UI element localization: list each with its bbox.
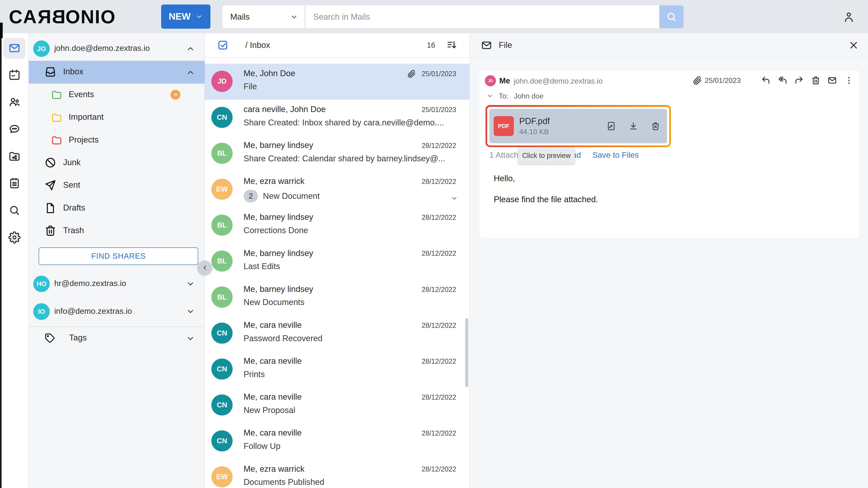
search-module-select[interactable]: Mails (222, 5, 305, 28)
tasks-icon (8, 177, 21, 189)
mail-subject: Last Edits (244, 262, 280, 271)
rail-item-calendar[interactable] (3, 64, 26, 85)
sort-icon[interactable] (446, 39, 457, 51)
chevron-down-icon[interactable] (186, 280, 195, 288)
mail-date: 25/01/2023 (422, 106, 456, 113)
paperclip-icon (408, 70, 416, 78)
mail-list-item[interactable]: BL Me, barney lindsey 28/12/2022 Correct… (205, 207, 469, 243)
folder-label: Events (69, 90, 94, 99)
sidebar-item-important[interactable]: Important (29, 106, 205, 129)
mail-date: 28/12/2022 (422, 214, 456, 221)
chevron-up-icon[interactable] (186, 44, 195, 53)
folder-label: Projects (69, 135, 99, 144)
sidebar-item-sent[interactable]: Sent (29, 174, 205, 197)
junk-icon (44, 157, 57, 169)
mail-list-item[interactable]: BL Me, barney lindsey 28/12/2022 Last Ed… (205, 243, 469, 279)
chevron-down-icon[interactable] (451, 195, 458, 202)
forward-icon[interactable] (794, 76, 804, 85)
account-row-primary[interactable]: JO john.doe@demo.zextras.io (29, 39, 205, 59)
rail-item-tasks[interactable] (3, 173, 26, 194)
mail-date: 28/12/2022 (422, 142, 456, 150)
account-email: hr@demo.zextras.io (54, 279, 126, 288)
events-share-badge[interactable] (170, 90, 180, 100)
sidebar-item-tags[interactable]: Tags (29, 328, 205, 350)
calendar-icon (8, 69, 21, 81)
rail-item-chat[interactable] (3, 119, 26, 139)
mail-from: Me, cara neville (244, 356, 302, 366)
folder-icon (51, 112, 62, 123)
message-body-line: Hello, (494, 174, 515, 183)
rail-item-settings[interactable] (3, 227, 26, 248)
rail-item-mail[interactable] (3, 38, 26, 59)
sidebar-item-junk[interactable]: Junk (29, 152, 205, 174)
recipient-row: To: John doe (487, 92, 544, 100)
arrow-right-icon (173, 92, 179, 98)
sender-email: john.doe@demo.zextras.io (514, 77, 603, 86)
mail-from: Me, barney lindsey (244, 140, 313, 150)
sidebar-item-trash[interactable]: Trash (29, 220, 205, 242)
reply-all-icon[interactable] (778, 76, 787, 85)
more-options-icon[interactable] (844, 76, 854, 85)
mail-list-item[interactable]: JD Me, John Doe 25/01/2023 File (205, 64, 469, 100)
mail-list-item[interactable]: CN cara neville, John Doe 25/01/2023 Sha… (205, 100, 469, 135)
click-to-preview-tooltip: Click to preview (518, 147, 575, 164)
mail-list-item[interactable]: EW Me, ezra warrick 28/12/2022 Documents… (205, 459, 469, 488)
mail-list-item[interactable]: BL Me, barney lindsey 28/12/2022 New Doc… (205, 280, 469, 315)
chevron-down-icon[interactable] (487, 93, 493, 99)
search-input[interactable] (306, 5, 659, 28)
remove-attachment-icon[interactable] (651, 121, 660, 131)
rail-item-files[interactable] (3, 145, 26, 166)
download-icon[interactable] (628, 121, 638, 131)
sidebar-item-projects[interactable]: Projects (29, 129, 205, 152)
mail-list-item[interactable]: EW Me, ezra warrick 28/12/2022 2 New Doc… (205, 171, 469, 207)
avatar: CN (211, 359, 232, 380)
close-icon[interactable] (848, 40, 859, 51)
mark-unread-icon[interactable] (828, 76, 837, 85)
find-shares-button[interactable]: FIND SHARES (39, 248, 198, 265)
send-icon (44, 179, 57, 191)
list-scrollbar[interactable] (465, 318, 469, 387)
chevron-up-icon[interactable] (186, 68, 195, 77)
sidebar-item-events[interactable]: Events (29, 84, 205, 106)
mail-list-item[interactable]: CN Me, cara neville 28/12/2022 Password … (205, 315, 469, 351)
account-row-hr[interactable]: HO hr@demo.zextras.io (29, 274, 205, 294)
new-button[interactable]: NEW (161, 4, 211, 29)
rail-item-search[interactable] (3, 200, 26, 221)
chevron-down-icon[interactable] (186, 307, 195, 316)
avatar: JO (33, 40, 50, 57)
chevron-down-icon[interactable] (186, 334, 195, 343)
mail-list-item[interactable]: CN Me, cara neville 28/12/2022 Prints (205, 351, 469, 387)
save-to-files-link[interactable]: Save to Files (592, 151, 639, 160)
select-all-checkbox[interactable] (217, 39, 228, 51)
avatar: BL (211, 215, 232, 236)
account-icon[interactable] (842, 11, 855, 23)
search-module-value: Mails (230, 12, 250, 22)
mail-subject-row: Share Created: Calendar shared by barney… (244, 154, 447, 163)
paperclip-icon (693, 76, 702, 85)
avatar: IO (33, 303, 50, 320)
reply-icon[interactable] (761, 76, 771, 85)
mail-from: Me, cara neville (244, 320, 302, 330)
search-button[interactable] (659, 5, 684, 28)
mail-list-item[interactable]: CN Me, cara neville 28/12/2022 Follow Up (205, 423, 469, 459)
sidebar-collapse-button[interactable] (197, 260, 212, 275)
message-list-panel: / Inbox 16 JD Me, John Doe 25/01/2023 Fi… (205, 33, 470, 488)
mail-from: Me, barney lindsey (244, 249, 313, 258)
delete-icon[interactable] (811, 76, 820, 85)
attachment-chip[interactable]: PDF PDF.pdf 44.10 KB (489, 109, 667, 143)
mail-date: 28/12/2022 (422, 393, 456, 401)
mail-subject: Follow Up (244, 442, 281, 451)
mail-from: Me, ezra warrick (244, 176, 305, 186)
account-row-info[interactable]: IO info@demo.zextras.io (29, 302, 205, 322)
mail-list-item[interactable]: CN Me, cara neville 28/12/2022 New Propo… (205, 387, 469, 423)
mail-list-item[interactable]: BL Me, barney lindsey 28/12/2022 Share C… (205, 135, 469, 171)
folder-label: Drafts (63, 203, 85, 213)
attachment-preview-icon[interactable] (606, 121, 616, 131)
sidebar-item-drafts[interactable]: Drafts (29, 197, 205, 220)
rail-item-contacts[interactable] (3, 91, 26, 112)
mail-icon (481, 40, 492, 51)
module-rail (0, 33, 29, 488)
mail-from: Me, John Doe (244, 69, 296, 78)
sidebar-item-inbox[interactable]: Inbox (29, 61, 205, 84)
folder-label: Sent (63, 180, 80, 190)
